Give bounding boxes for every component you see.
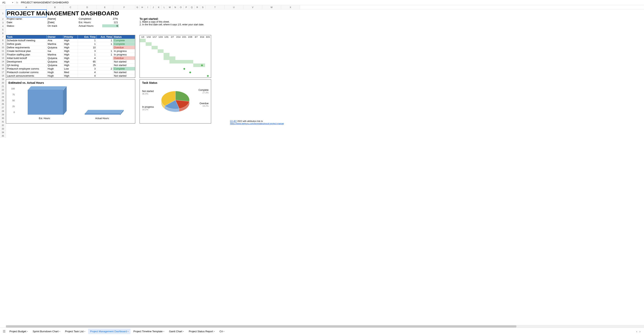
gantt-cell	[158, 56, 164, 60]
row-header-16[interactable]: 16	[0, 67, 6, 70]
row-header-11[interactable]: 11	[0, 49, 6, 53]
gantt-cell	[170, 56, 175, 60]
row-header-23[interactable]: 23	[0, 92, 6, 95]
column-header-E[interactable]: E	[97, 5, 113, 9]
row-header-34[interactable]: 34	[0, 130, 6, 134]
table-row[interactable]: Define goalsMartinaHigh11Complete	[6, 42, 135, 46]
row-header-17[interactable]: 17	[0, 70, 6, 74]
column-header-B[interactable]: B	[47, 5, 63, 9]
row-header-30[interactable]: 30	[0, 116, 6, 120]
task-header-1: Owner	[47, 35, 63, 39]
row-header-8[interactable]: 8	[0, 38, 6, 42]
row-header-29[interactable]: 29	[0, 113, 6, 116]
row-header-4[interactable]: 4	[0, 24, 6, 28]
row-header-24[interactable]: 24	[0, 95, 6, 99]
row-header-22[interactable]: 22	[0, 88, 6, 92]
column-header-S[interactable]: S	[200, 5, 206, 9]
fx-icon[interactable]: fx	[15, 1, 19, 4]
task-cell: 3	[78, 49, 97, 53]
column-header-M[interactable]: M	[167, 5, 172, 9]
row-header-26[interactable]: 26	[0, 102, 6, 106]
row-header-13[interactable]: 13	[0, 56, 6, 60]
row-header-6[interactable]: 6	[0, 32, 6, 35]
column-header-Q[interactable]: Q	[189, 5, 194, 9]
row-header-33[interactable]: 33	[0, 127, 6, 130]
row-header-35[interactable]: 35	[0, 134, 6, 138]
column-header-H[interactable]: H	[140, 5, 145, 9]
gantt-row	[140, 56, 211, 60]
table-row[interactable]: Create technical planIsaHigh31In progres…	[6, 49, 135, 53]
column-header-T[interactable]: T	[206, 5, 224, 9]
task-cell: High	[63, 46, 78, 49]
formula-input[interactable]	[21, 1, 643, 4]
column-header-R[interactable]: R	[194, 5, 200, 9]
gantt-cell	[158, 64, 164, 67]
row-header-19[interactable]: 19	[0, 78, 6, 81]
column-header-C[interactable]: C	[63, 5, 78, 9]
attribution-license-link[interactable]: CC-BY	[230, 120, 237, 122]
table-row[interactable]: Initial build kickoffQuiyanaHigh4Overdue	[6, 56, 135, 60]
row-header-25[interactable]: 25	[0, 99, 6, 102]
cells-area[interactable]: PROJECT MANAGEMENT DASHBOARD To get star…	[6, 10, 644, 138]
namebox-dropdown-icon[interactable]: ▾	[12, 2, 13, 4]
table-row[interactable]: Prelaunch customer commsHughMed4Not star…	[6, 70, 135, 74]
table-row[interactable]: Finalize staffing planMartinaHigh11In pr…	[6, 53, 135, 56]
table-row[interactable]: Define requirementsQuiyanaHigh10Overdue	[6, 46, 135, 49]
table-row[interactable]: QA testingQuiyanaHigh25Not started	[6, 64, 135, 67]
row-header-28[interactable]: 28	[0, 109, 6, 113]
select-all-corner[interactable]	[0, 5, 6, 9]
gantt-cell	[152, 60, 158, 64]
column-header-K[interactable]: K	[156, 5, 162, 9]
gantt-cell	[205, 42, 211, 46]
meta-value-left-1: [Date]	[48, 21, 54, 24]
column-header-L[interactable]: L	[162, 5, 167, 9]
gantt-cell	[199, 70, 205, 74]
gantt-cell	[164, 39, 170, 42]
column-header-A[interactable]: A	[6, 5, 47, 9]
column-header-D[interactable]: D	[78, 5, 97, 9]
row-header-27[interactable]: 27	[0, 106, 6, 109]
attribution-url-link[interactable]: https://www.getguru.com/templates/excel-…	[230, 122, 284, 125]
task-cell: High	[63, 64, 78, 67]
column-header-W[interactable]: W	[262, 5, 281, 9]
row-header-18[interactable]: 18	[0, 74, 6, 78]
column-header-N[interactable]: N	[172, 5, 178, 9]
bar-category-label: Actual Hours:	[74, 117, 131, 120]
task-cell: Quiyana	[47, 46, 63, 49]
row-header-9[interactable]: 9	[0, 42, 6, 46]
task-cell: Hugh	[47, 70, 63, 74]
row-header-32[interactable]: 32	[0, 124, 6, 127]
table-row[interactable]: DevelopmentQuiyanaHigh65Not started	[6, 60, 135, 64]
row-header-3[interactable]: 3	[0, 21, 6, 24]
column-header-X[interactable]: X	[281, 5, 300, 9]
task-cell: 1	[78, 53, 97, 56]
row-header-5[interactable]: 5	[0, 28, 6, 32]
gantt-cell	[164, 53, 170, 56]
column-header-P[interactable]: P	[184, 5, 189, 9]
row-header-14[interactable]: 14	[0, 60, 6, 63]
row-header-10[interactable]: 10	[0, 46, 6, 49]
column-header-F[interactable]: F	[113, 5, 135, 9]
column-header-V[interactable]: V	[243, 5, 262, 9]
column-header-O[interactable]: O	[178, 5, 184, 9]
column-header-U[interactable]: U	[224, 5, 243, 9]
row-header-1[interactable]: 1	[0, 10, 6, 17]
table-row[interactable]: Schedule kickoff meetingAnaHigh11Complet…	[6, 39, 135, 42]
task-cell	[97, 56, 113, 60]
row-header-31[interactable]: 31	[0, 120, 6, 124]
name-box[interactable]: A1	[1, 1, 10, 4]
table-row[interactable]: Prelaunch employee commsHughLow32Complet…	[6, 67, 135, 70]
task-cell	[97, 64, 113, 67]
task-cell: Low	[63, 67, 78, 70]
column-header-I[interactable]: I	[145, 5, 150, 9]
pie-slice	[175, 91, 189, 101]
row-header-12[interactable]: 12	[0, 53, 6, 56]
row-header-2[interactable]: 2	[0, 17, 6, 21]
row-header-7[interactable]: 7	[0, 35, 6, 38]
row-header-21[interactable]: 21	[0, 84, 6, 88]
column-header-J[interactable]: J	[150, 5, 156, 9]
column-header-G[interactable]: G	[135, 5, 140, 9]
table-row[interactable]: Launch announcementsHughHigh4Not started	[6, 74, 135, 78]
row-header-15[interactable]: 15	[0, 63, 6, 67]
row-header-20[interactable]: 20	[0, 81, 6, 84]
